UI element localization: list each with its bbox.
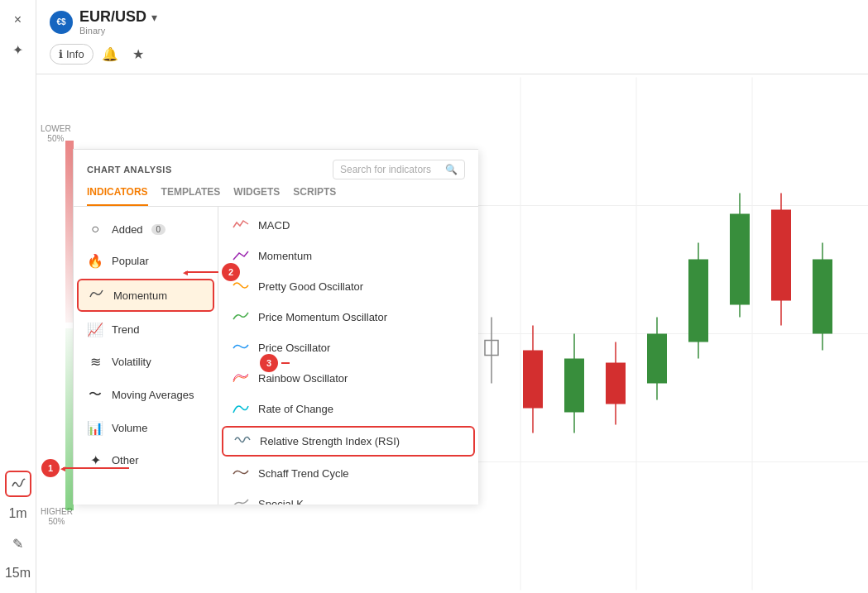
- svg-rect-19: [688, 260, 708, 342]
- volume-label: Volume: [112, 422, 147, 434]
- po-icon: [232, 340, 250, 356]
- momentum-icon: [89, 287, 105, 304]
- momentum-ind-label: Momentum: [258, 250, 312, 262]
- info-label: Info: [66, 48, 84, 60]
- header-icons: ℹ Info 🔔 ★: [50, 42, 855, 65]
- info-button[interactable]: ℹ Info: [50, 44, 94, 65]
- momentum-ind-icon: [232, 248, 250, 264]
- svg-rect-25: [813, 260, 832, 334]
- annotation-3: 3: [260, 354, 290, 372]
- added-icon: ○: [87, 222, 103, 237]
- trend-icon: 📈: [87, 322, 103, 337]
- arrow-line-3-h: [281, 362, 290, 364]
- panel-tabs: INDICATORS TEMPLATES WIDGETS SCRIPTS: [74, 179, 478, 207]
- tab-scripts[interactable]: SCRIPTS: [293, 186, 336, 206]
- indicator-specialk[interactable]: Special K: [218, 489, 478, 505]
- close-button[interactable]: ×: [5, 7, 31, 33]
- popular-icon: 🔥: [87, 253, 103, 269]
- volatility-icon: ≋: [87, 354, 103, 370]
- trend-label: Trend: [112, 323, 139, 336]
- pair-dropdown[interactable]: ▾: [151, 11, 157, 24]
- volatility-label: Volatility: [112, 356, 151, 368]
- indicator-roc[interactable]: Rate of Change: [218, 394, 478, 424]
- draw-button[interactable]: ✎: [5, 530, 31, 557]
- main-container: × ✦ 1m ✎ 15m €$ EUR/USD ▾: [0, 0, 868, 593]
- rsi-label: Relative Strength Index (RSI): [260, 435, 400, 447]
- pair-row: €$ EUR/USD ▾ Binary: [50, 8, 855, 36]
- category-volume[interactable]: 📊 Volume: [74, 412, 218, 444]
- arrow-line-1: ◄: [63, 467, 129, 469]
- panel-header: CHART ANALYSIS Search for indicators 🔍: [74, 150, 478, 179]
- tab-widgets[interactable]: WIDGETS: [233, 186, 280, 206]
- svg-rect-21: [730, 214, 750, 305]
- circle-2: 2: [222, 263, 240, 281]
- notification-button[interactable]: 🔔: [98, 42, 122, 65]
- pair-flag: €$: [50, 11, 73, 34]
- moving-avg-label: Moving Averages: [112, 389, 194, 401]
- pair-type: Binary: [79, 26, 157, 36]
- specialk-icon: [232, 496, 250, 505]
- popular-label: Popular: [112, 255, 149, 267]
- pair-name-group: EUR/USD ▾ Binary: [79, 8, 157, 36]
- macd-label: MACD: [258, 219, 290, 232]
- chart-analysis-panel: CHART ANALYSIS Search for indicators 🔍 I…: [73, 149, 478, 505]
- indicator-pgo[interactable]: Pretty Good Oscillator: [218, 271, 478, 302]
- svg-rect-23: [771, 210, 791, 301]
- indicators-list: MACD Momentum: [218, 207, 478, 505]
- annotation-2: ◄ 2: [185, 263, 240, 281]
- moving-avg-icon: 〜: [87, 386, 103, 404]
- svg-rect-17: [647, 334, 667, 384]
- circle-1: 1: [41, 459, 60, 477]
- category-added[interactable]: ○ Added 0: [74, 213, 218, 245]
- added-badge: 0: [151, 224, 166, 235]
- added-label: Added: [112, 223, 143, 236]
- category-moving-averages[interactable]: 〜 Moving Averages: [74, 378, 218, 412]
- star-icon: ★: [132, 46, 144, 62]
- indicator-po[interactable]: Price Oscillator: [218, 332, 478, 363]
- indicator-button[interactable]: [5, 471, 31, 497]
- top-header: €$ EUR/USD ▾ Binary ℹ Info 🔔: [36, 0, 868, 74]
- indicator-stc[interactable]: Schaff Trend Cycle: [218, 458, 478, 489]
- favorite-button[interactable]: ★: [127, 42, 150, 65]
- search-icon[interactable]: 🔍: [445, 164, 458, 175]
- macd-icon: [232, 218, 250, 233]
- indicator-momentum[interactable]: Momentum: [218, 241, 478, 271]
- panel-title: CHART ANALYSIS: [87, 165, 172, 175]
- svg-rect-15: [606, 363, 626, 404]
- category-trend[interactable]: 📈 Trend: [74, 313, 218, 346]
- indicator-rsi[interactable]: Relative Strength Index (RSI): [222, 426, 475, 457]
- pmo-icon: [232, 309, 250, 325]
- rsi-icon: [233, 433, 252, 449]
- rainbow-icon: [232, 371, 250, 386]
- pin-button[interactable]: ✦: [5, 36, 31, 63]
- time-15m-button[interactable]: 15m: [5, 560, 31, 586]
- svg-rect-13: [564, 359, 584, 413]
- indicator-macd[interactable]: MACD: [218, 210, 478, 241]
- stc-label: Schaff Trend Cycle: [258, 467, 349, 480]
- chart-area: LOWER 50% HIGHER 50%: [36, 74, 868, 593]
- bell-icon: 🔔: [102, 46, 118, 62]
- annotation-1: 1 ◄: [41, 459, 129, 477]
- rainbow-label: Rainbow Oscillator: [258, 372, 348, 385]
- po-label: Price Oscillator: [258, 342, 330, 354]
- momentum-label: Momentum: [113, 289, 167, 302]
- indicator-icon: [11, 476, 26, 491]
- indicator-rainbow[interactable]: Rainbow Oscillator: [218, 363, 478, 394]
- time-1m-button[interactable]: 1m: [5, 500, 31, 527]
- tab-indicators[interactable]: INDICATORS: [87, 186, 148, 206]
- svg-rect-11: [523, 351, 543, 409]
- category-volatility[interactable]: ≋ Volatility: [74, 346, 218, 378]
- category-momentum[interactable]: Momentum: [77, 279, 214, 312]
- center-panel: €$ EUR/USD ▾ Binary ℹ Info 🔔: [36, 0, 868, 593]
- indicator-pmo[interactable]: Price Momentum Oscillator: [218, 302, 478, 332]
- stc-icon: [232, 466, 250, 481]
- left-toolbar: × ✦ 1m ✎ 15m: [0, 0, 36, 593]
- pmo-label: Price Momentum Oscillator: [258, 311, 387, 323]
- search-bar[interactable]: Search for indicators 🔍: [333, 160, 465, 179]
- tab-templates[interactable]: TEMPLATES: [161, 186, 221, 206]
- search-placeholder: Search for indicators: [340, 164, 431, 175]
- roc-label: Rate of Change: [258, 403, 333, 415]
- info-circle-icon: ℹ: [59, 48, 63, 60]
- arrow-line-2: ◄: [185, 271, 218, 273]
- roc-icon: [232, 401, 250, 417]
